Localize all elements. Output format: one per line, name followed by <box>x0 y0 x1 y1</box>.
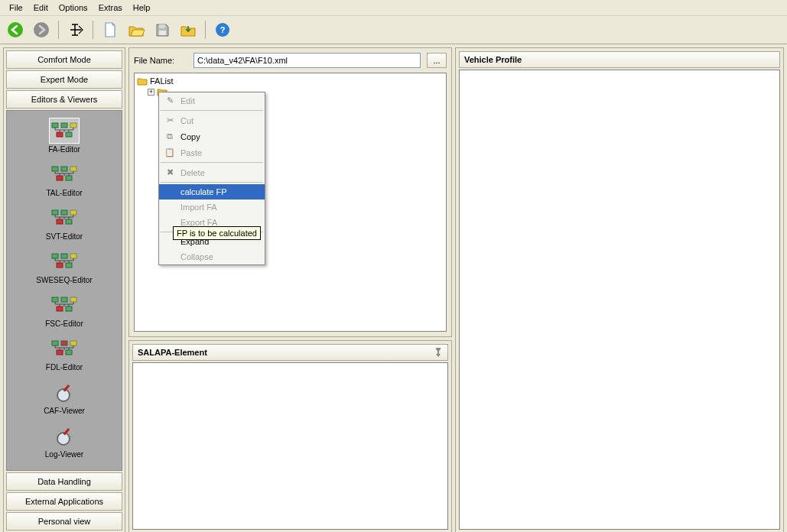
menu-extras[interactable]: Extras <box>94 2 127 14</box>
svg-rect-16 <box>52 210 58 215</box>
folder-open-icon <box>128 22 145 37</box>
context-menu-cut: ✂Cut <box>159 112 265 128</box>
sidebar-external-applications[interactable]: External Applications <box>6 492 122 511</box>
context-menu-label: calculate FP <box>180 187 227 196</box>
sidebar-expert-mode[interactable]: Expert Mode <box>6 70 122 89</box>
svg-rect-3 <box>159 31 166 35</box>
document-icon <box>102 21 118 38</box>
context-menu-separator <box>161 182 263 183</box>
svg-rect-21 <box>52 254 58 258</box>
editor-list: FA-EditorTAL-EditorSVT-EditorSWESEQ-Edit… <box>6 110 122 471</box>
tree-root[interactable]: FAList <box>137 76 444 86</box>
editor-label: Log-Viewer <box>45 450 83 459</box>
svg-rect-8 <box>70 123 76 128</box>
toolbar-separator <box>205 21 206 39</box>
sidebar: Comfort Mode Expert Mode Editors & Viewe… <box>3 47 125 532</box>
context-menu-calculate-fp[interactable]: calculate FP <box>159 184 265 200</box>
cut-icon: ✂ <box>164 115 176 125</box>
context-menu-label: Edit <box>180 96 195 105</box>
help-button[interactable]: ? <box>212 19 233 41</box>
editor-item-svt[interactable]: SVT-Editor <box>7 203 122 243</box>
file-name-label: File Name: <box>134 56 187 65</box>
svg-rect-33 <box>70 341 76 345</box>
svg-rect-2 <box>159 24 165 28</box>
menu-file[interactable]: File <box>5 2 28 14</box>
salapa-panel: SALAPA-Element <box>128 340 452 532</box>
menu-help[interactable]: Help <box>128 2 155 14</box>
svg-point-36 <box>57 389 70 401</box>
sidebar-editors-viewers[interactable]: Editors & Viewers <box>6 90 122 109</box>
context-menu-copy[interactable]: ⧉Copy <box>159 128 265 144</box>
menu-edit[interactable]: Edit <box>29 2 53 14</box>
editor-label: FSC-Editor <box>45 320 83 328</box>
toolbar-separator <box>93 21 93 39</box>
fsc-editor-icon <box>49 292 80 318</box>
browse-button[interactable]: ... <box>427 53 447 68</box>
svg-rect-15 <box>66 176 72 180</box>
salapa-title-bar: SALAPA-Element <box>132 344 448 361</box>
svg-text:?: ? <box>220 25 226 34</box>
context-menu-paste: 📋Paste <box>159 144 265 161</box>
editor-item-caf[interactable]: CAF-Viewer <box>7 377 122 417</box>
sidebar-personal-view[interactable]: Personal view <box>6 512 122 530</box>
context-menu-separator <box>161 162 263 163</box>
editor-label: CAF-Viewer <box>44 407 85 415</box>
pin-icon[interactable] <box>434 348 443 357</box>
svg-rect-25 <box>66 263 72 268</box>
svg-point-0 <box>8 22 23 37</box>
expand-icon[interactable]: + <box>148 89 154 96</box>
context-menu-collapse: Collapse <box>159 249 265 264</box>
svg-rect-17 <box>61 210 67 215</box>
forward-icon <box>32 21 50 39</box>
svg-rect-31 <box>52 341 58 345</box>
fa-editor-icon <box>49 118 80 144</box>
svg-rect-32 <box>61 341 67 345</box>
menu-options[interactable]: Options <box>54 2 93 14</box>
editor-item-tal[interactable]: TAL-Editor <box>7 159 122 200</box>
context-menu-label: Import FA <box>180 203 217 212</box>
editor-label: FDL-Editor <box>46 363 83 371</box>
fdl-editor-icon <box>49 336 80 362</box>
file-name-input[interactable] <box>193 53 421 68</box>
svg-rect-22 <box>61 254 67 258</box>
workspace: Comfort Mode Expert Mode Editors & Viewe… <box>0 44 787 532</box>
save-as-button[interactable] <box>177 19 199 41</box>
toolbar-separator <box>58 21 59 39</box>
open-button[interactable] <box>125 19 147 41</box>
vehicle-title-bar: Vehicle Profile <box>459 51 780 68</box>
back-button[interactable] <box>5 19 26 41</box>
back-icon <box>6 21 24 39</box>
svt-editor-icon <box>49 205 80 231</box>
svg-rect-27 <box>61 297 67 302</box>
sidebar-data-handling[interactable]: Data Handling <box>6 472 122 491</box>
forward-button[interactable] <box>31 19 52 41</box>
file-row: File Name: ... <box>134 53 447 68</box>
context-menu-label: Collapse <box>180 252 213 261</box>
svg-rect-19 <box>57 219 63 224</box>
editor-item-sweseq[interactable]: SWESEQ-Editor <box>7 246 122 287</box>
branch-icon <box>67 21 84 38</box>
floppy-icon <box>154 22 170 37</box>
svg-rect-13 <box>70 167 76 171</box>
context-menu-delete: ✖Delete <box>159 164 265 180</box>
tree-root-label: FAList <box>150 76 174 86</box>
branch-button[interactable] <box>65 19 86 41</box>
salapa-body <box>132 362 448 530</box>
editor-item-fsc[interactable]: FSC-Editor <box>7 290 122 330</box>
svg-rect-9 <box>57 132 63 137</box>
new-button[interactable] <box>99 19 121 41</box>
editor-item-fdl[interactable]: FDL-Editor <box>7 333 122 374</box>
editor-item-log[interactable]: Log-Viewer <box>7 420 122 461</box>
context-menu-import-fa: Import FA <box>159 200 265 215</box>
editor-label: SWESEQ-Editor <box>36 276 92 284</box>
vehicle-panel: Vehicle Profile <box>455 47 784 532</box>
sidebar-comfort-mode[interactable]: Comfort Mode <box>6 50 122 69</box>
help-icon: ? <box>214 21 231 38</box>
editor-item-fa[interactable]: FA-Editor <box>7 115 122 156</box>
svg-rect-6 <box>52 123 58 128</box>
save-button[interactable] <box>151 19 173 41</box>
context-menu-label: Paste <box>180 148 202 157</box>
salapa-title: SALAPA-Element <box>138 348 207 357</box>
log-editor-icon <box>49 423 80 449</box>
svg-rect-23 <box>70 254 76 258</box>
